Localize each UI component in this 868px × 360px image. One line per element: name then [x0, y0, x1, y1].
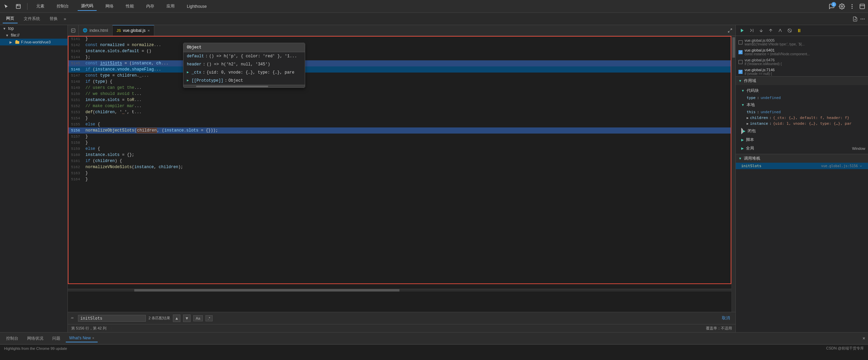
codeblock-header[interactable]: ▼ 代码块	[736, 86, 868, 95]
tree-item-file[interactable]: ▼ file://	[0, 32, 67, 39]
debug-pause-on-exceptions-button[interactable]: ⏸	[795, 27, 803, 34]
more-options-icon[interactable]	[860, 16, 865, 22]
tab-performance[interactable]: 性能	[122, 2, 137, 11]
tab-lighthouse[interactable]: Lighthouse	[183, 3, 210, 10]
scope-colon-type: :	[757, 96, 760, 100]
scope-expand-children[interactable]: ▶	[747, 116, 749, 120]
window-label: Window	[852, 146, 865, 151]
bottom-tab-issues[interactable]: 问题	[49, 334, 64, 343]
find-next-button[interactable]: ▼	[183, 315, 191, 322]
tooltip-val-default: () => h('p', { color: 'red' }, '1...	[209, 53, 297, 59]
debug-step-button[interactable]	[776, 27, 784, 34]
scope-expand-instance[interactable]: ▶	[747, 122, 749, 125]
bottom-tab-whats-new-close[interactable]: ×	[92, 336, 94, 340]
bp-checkbox-7146[interactable]: ✓	[738, 70, 743, 74]
debug-step-out-button[interactable]	[767, 27, 774, 34]
tooltip-key-header: header	[187, 61, 201, 67]
editor-tab-right-icon[interactable]	[725, 28, 735, 33]
debug-resume-button[interactable]	[738, 27, 746, 34]
scope-header[interactable]: ▼ 作用域	[736, 77, 868, 85]
editor-tab-icon-left[interactable]	[68, 25, 79, 36]
script-label: 脚本	[746, 137, 754, 143]
debugger-panel: ⏸ vue.global.js:6005 warn$1('Invalid VNo…	[736, 25, 868, 332]
bottom-tab-whats-new[interactable]: What's New ×	[66, 334, 98, 342]
editor-tab-vue-global[interactable]: JS vue.global.js ×	[113, 25, 154, 36]
more-icon[interactable]	[849, 3, 855, 9]
bottom-tab-network[interactable]: 网络状况	[24, 334, 47, 343]
editor-tab-close-vue[interactable]: ×	[147, 28, 150, 33]
tree-item-vue3[interactable]: ▶ F:/vue-world/vue3	[0, 39, 67, 45]
toolbar-divider-1	[27, 3, 27, 10]
panels-more-icon[interactable]: »	[64, 16, 66, 21]
tooltip-item-header[interactable]: header : () => h('h2', null, '345')	[183, 60, 305, 68]
code-line-5155: 5155 else {	[68, 121, 735, 127]
tooltip-item-default[interactable]: default : () => h('p', { color: 'red' },…	[183, 52, 305, 60]
code-scrollbar-v[interactable]	[731, 36, 735, 312]
call-stack-header[interactable]: ▼ 调用堆栈	[736, 154, 868, 163]
code-line-5153: 5153 def(children, '_', t...	[68, 109, 735, 115]
panel-tab-replace[interactable]: 替换	[46, 15, 61, 23]
call-stack-arrow: ▼	[738, 157, 742, 160]
tab-memory[interactable]: 内存	[143, 2, 158, 11]
tooltip-arrow-proto: ▶	[187, 78, 190, 84]
local-arrow: ▼	[741, 103, 745, 107]
line-content-5149: // users can get the...	[84, 85, 735, 91]
tooltip-scrollbar[interactable]	[183, 85, 305, 87]
tab-network[interactable]: 网络	[102, 2, 117, 11]
bp-detail-6476: if (!instance.isMounted) {	[745, 62, 782, 66]
find-prev-button[interactable]: ▲	[173, 315, 180, 322]
find-bar: AB 2 条匹配结果 ▲ ▼ Aa .* 取消	[68, 312, 735, 324]
bp-checkbox-6401[interactable]: ✓	[738, 50, 743, 54]
tab-console[interactable]: 控制台	[53, 2, 72, 11]
code-coverage: 覆盖率：不适用	[706, 326, 732, 331]
line-content-5147: const type = children._...	[84, 73, 735, 79]
line-content-5144: };	[84, 54, 735, 60]
bp-checkbox-6476[interactable]	[738, 60, 743, 64]
tooltip-item-proto[interactable]: ▶ [[Prototype]] : Object	[183, 77, 305, 85]
bottom-close-all-button[interactable]: ×	[863, 336, 865, 341]
panel-tab-webpage[interactable]: 网页	[3, 14, 18, 23]
closure-header[interactable]: ▶ 闭包	[736, 126, 868, 136]
line-content-5156: normalizeObjectSlots(children, (instance…	[84, 127, 735, 134]
find-match-case-button[interactable]: Aa	[193, 315, 202, 321]
bp-checkbox-6005[interactable]	[738, 40, 743, 44]
tree-arrow-top: ▼	[3, 27, 7, 31]
svg-rect-7	[860, 4, 865, 9]
tooltip-item-ctx[interactable]: ▶ _ctx : {uid: 0, vnode: {…}, type: {…},…	[183, 68, 305, 77]
svg-point-13	[864, 19, 864, 19]
tree-item-top[interactable]: ▼ top	[0, 25, 67, 32]
find-cancel-button[interactable]: 取消	[719, 315, 733, 322]
tab-application[interactable]: 应用	[163, 2, 178, 11]
tab-elements[interactable]: 元素	[33, 2, 48, 11]
code-scrollbar-h[interactable]	[68, 289, 731, 292]
box-icon[interactable]	[15, 3, 22, 10]
debug-step-into-button[interactable]	[757, 27, 765, 34]
bottom-tab-console[interactable]: 控制台	[3, 334, 22, 343]
call-stack-item-initSlots[interactable]: initSlots vue.global.js:5156	[736, 163, 868, 169]
svg-point-3	[841, 5, 843, 7]
find-input[interactable]	[78, 315, 146, 322]
line-num-5153: 5153	[68, 109, 84, 115]
code-line-5164: 5164 }	[68, 176, 735, 182]
add-file-icon[interactable]	[852, 16, 858, 22]
code-line-5143: 5143 instance.slots.default = ()	[68, 48, 735, 54]
local-header[interactable]: ▼ 本地	[736, 101, 868, 109]
bp-item-7146: ✓ vue.global.js:7146 if (vnode == null) …	[736, 67, 868, 77]
dock-icon[interactable]	[859, 3, 865, 9]
find-regex-button[interactable]: .*	[205, 315, 213, 321]
line-content-5163: }	[84, 170, 735, 176]
script-header[interactable]: ▶ 脚本	[736, 136, 868, 144]
code-line-5150: 5150 // we should avoid t...	[68, 91, 735, 97]
panel-tab-filesystem[interactable]: 文件系统	[20, 15, 43, 23]
tab-sources[interactable]: 源代码	[78, 2, 97, 11]
debug-deactivate-breakpoints-button[interactable]	[786, 27, 793, 34]
global-header[interactable]: ▶ 全局 Window	[736, 144, 868, 153]
bp-file-6005: vue.global.js:6005	[745, 38, 805, 42]
scope-label: 作用域	[744, 78, 756, 84]
editor-tab-index-html[interactable]: 🌐 index.html	[79, 25, 113, 36]
pointer-icon[interactable]	[3, 3, 9, 10]
debug-step-over-button[interactable]	[748, 27, 755, 34]
settings-icon[interactable]	[839, 3, 845, 9]
code-line-5157: 5157 }	[68, 134, 735, 140]
line-content-5162: normalizeVNodeSlots(instance, children);	[84, 164, 735, 170]
